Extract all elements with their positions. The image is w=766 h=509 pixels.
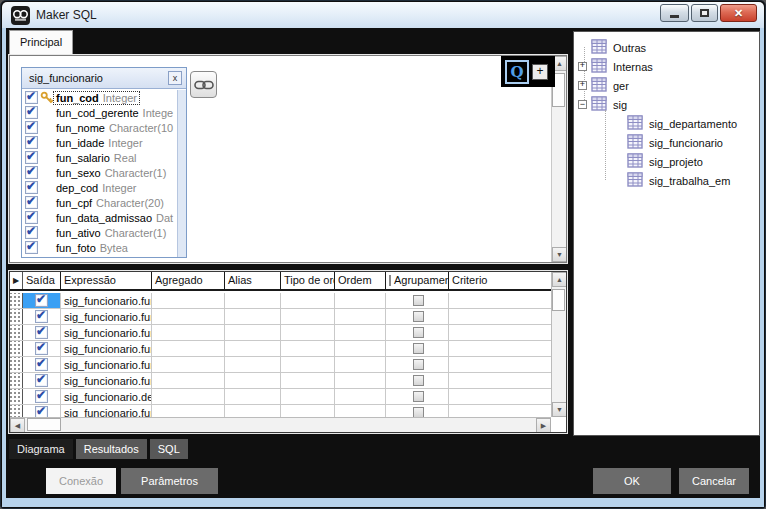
grid-row[interactable]: sig_funcionario.fun_cod_gerente bbox=[10, 309, 551, 325]
agregado-cell[interactable] bbox=[152, 405, 225, 417]
grid-hscroll-thumb[interactable] bbox=[27, 418, 61, 431]
tree-item-sig_funcionario[interactable]: sig_funcionario bbox=[574, 133, 759, 152]
grid-vscroll-thumb[interactable] bbox=[552, 289, 565, 311]
output-checkbox[interactable] bbox=[35, 326, 48, 339]
tree-item-outras[interactable]: Outras bbox=[574, 38, 759, 57]
row-handle[interactable] bbox=[10, 357, 23, 372]
agregado-cell[interactable] bbox=[152, 293, 225, 308]
group-checkbox[interactable] bbox=[413, 343, 424, 354]
tipo-ordem-cell[interactable] bbox=[281, 405, 335, 417]
minimize-button[interactable] bbox=[660, 4, 689, 22]
title-bar[interactable]: Maker SQL ✕ bbox=[2, 2, 764, 28]
row-handle[interactable] bbox=[10, 325, 23, 340]
grid-row[interactable]: sig_funcionario.fun_cod bbox=[10, 293, 551, 309]
scroll-up-icon[interactable]: ▲ bbox=[552, 272, 567, 287]
row-handle[interactable] bbox=[10, 341, 23, 356]
agregado-cell[interactable] bbox=[152, 309, 225, 324]
field-checkbox[interactable] bbox=[25, 181, 38, 194]
ordem-cell[interactable] bbox=[335, 293, 386, 308]
field-row[interactable]: fun_sexoCharacter(1) bbox=[22, 165, 177, 180]
row-handle[interactable] bbox=[10, 309, 23, 324]
table-card-sig-funcionario[interactable]: sig_funcionario x fun_codInteger fun_cod… bbox=[21, 67, 187, 258]
ordem-cell[interactable] bbox=[335, 405, 386, 417]
field-checkbox[interactable] bbox=[25, 241, 38, 254]
row-handle[interactable] bbox=[10, 373, 23, 388]
field-row[interactable]: fun_cpfCharacter(20) bbox=[22, 195, 177, 210]
agregado-cell[interactable] bbox=[152, 373, 225, 388]
field-checkbox[interactable] bbox=[25, 211, 38, 224]
close-button[interactable]: ✕ bbox=[720, 4, 757, 22]
group-checkbox[interactable] bbox=[413, 391, 424, 402]
saida-cell[interactable] bbox=[23, 373, 61, 388]
agrupamento-cell[interactable] bbox=[386, 373, 449, 388]
criterio-cell[interactable] bbox=[449, 389, 551, 404]
agrupamento-cell[interactable] bbox=[386, 389, 449, 404]
group-checkbox[interactable] bbox=[413, 311, 424, 322]
output-checkbox[interactable] bbox=[35, 310, 48, 323]
field-list-scrollbar[interactable] bbox=[177, 90, 186, 257]
tree-item-internas[interactable]: Internas bbox=[574, 57, 759, 76]
alias-cell[interactable] bbox=[225, 325, 281, 340]
group-checkbox[interactable] bbox=[413, 407, 424, 417]
agregado-cell[interactable] bbox=[152, 357, 225, 372]
ordem-cell[interactable] bbox=[335, 309, 386, 324]
ordem-cell[interactable] bbox=[335, 341, 386, 356]
saida-cell[interactable] bbox=[23, 405, 61, 417]
ordem-cell[interactable] bbox=[335, 357, 386, 372]
field-row[interactable]: fun_fotoBytea bbox=[22, 240, 177, 255]
field-checkbox[interactable] bbox=[25, 151, 38, 164]
join-link-button[interactable] bbox=[190, 71, 217, 98]
tree-expander-icon[interactable] bbox=[578, 81, 587, 90]
expressao-cell[interactable]: sig_funcionario.fun_cpf bbox=[61, 405, 152, 417]
tree-expander-icon[interactable] bbox=[578, 100, 587, 109]
grid-horizontal-scrollbar[interactable]: ◀ ▶ bbox=[10, 417, 551, 432]
field-row[interactable]: fun_ativoCharacter(1) bbox=[22, 225, 177, 240]
criterio-cell[interactable] bbox=[449, 357, 551, 372]
field-checkbox[interactable] bbox=[25, 121, 38, 134]
grid-row[interactable]: sig_funcionario.fun_sexo bbox=[10, 373, 551, 389]
field-checkbox[interactable] bbox=[25, 196, 38, 209]
agregado-cell[interactable] bbox=[152, 341, 225, 356]
grid-row[interactable]: sig_funcionario.fun_salario bbox=[10, 357, 551, 373]
tab-principal[interactable]: Principal bbox=[9, 30, 73, 54]
cancelar-button[interactable]: Cancelar bbox=[679, 468, 749, 494]
output-checkbox[interactable] bbox=[35, 390, 48, 403]
alias-cell[interactable] bbox=[225, 341, 281, 356]
saida-cell[interactable] bbox=[23, 357, 61, 372]
expressao-cell[interactable]: sig_funcionario.fun_cod bbox=[61, 293, 152, 308]
saida-cell[interactable] bbox=[23, 389, 61, 404]
alias-cell[interactable] bbox=[225, 373, 281, 388]
expressao-cell[interactable]: sig_funcionario.fun_idade bbox=[61, 341, 152, 356]
expressao-cell[interactable]: sig_funcionario.fun_salario bbox=[61, 357, 152, 372]
tree-item-sig_trabalha_em[interactable]: sig_trabalha_em bbox=[574, 171, 759, 190]
ok-button[interactable]: OK bbox=[593, 468, 671, 494]
field-row[interactable]: fun_cod_gerenteIntege bbox=[22, 105, 177, 120]
output-checkbox[interactable] bbox=[35, 294, 48, 307]
table-card-close-icon[interactable]: x bbox=[168, 71, 182, 85]
tipo-ordem-cell[interactable] bbox=[281, 309, 335, 324]
criterio-cell[interactable] bbox=[449, 405, 551, 417]
criterio-cell[interactable] bbox=[449, 341, 551, 356]
tipo-ordem-cell[interactable] bbox=[281, 389, 335, 404]
tree-item-sig_projeto[interactable]: sig_projeto bbox=[574, 152, 759, 171]
criterio-cell[interactable] bbox=[449, 373, 551, 388]
column-header-tipo-ordem[interactable]: Tipo de orde bbox=[281, 272, 335, 289]
alias-cell[interactable] bbox=[225, 389, 281, 404]
agrupamento-cell[interactable] bbox=[386, 341, 449, 356]
parametros-button[interactable]: Parâmetros bbox=[121, 468, 218, 494]
field-row[interactable]: fun_data_admissaoDat bbox=[22, 210, 177, 225]
conexao-button[interactable]: Conexão bbox=[46, 468, 116, 494]
agrupamento-cell[interactable] bbox=[386, 405, 449, 417]
criterio-cell[interactable] bbox=[449, 293, 551, 308]
column-header-alias[interactable]: Alias bbox=[225, 272, 281, 289]
expressao-cell[interactable]: sig_funcionario.fun_sexo bbox=[61, 373, 152, 388]
field-checkbox[interactable] bbox=[25, 136, 38, 149]
column-header-agrupamento[interactable]: Agrupamen bbox=[386, 272, 449, 289]
tree-item-ger[interactable]: ger bbox=[574, 76, 759, 95]
tab-sql[interactable]: SQL bbox=[150, 439, 188, 459]
expressao-cell[interactable]: sig_funcionario.fun_cod_gerente bbox=[61, 309, 152, 324]
criterio-cell[interactable] bbox=[449, 309, 551, 324]
saida-cell[interactable] bbox=[23, 293, 61, 308]
query-mode-button[interactable]: Q bbox=[505, 60, 529, 84]
field-row[interactable]: fun_nomeCharacter(10 bbox=[22, 120, 177, 135]
